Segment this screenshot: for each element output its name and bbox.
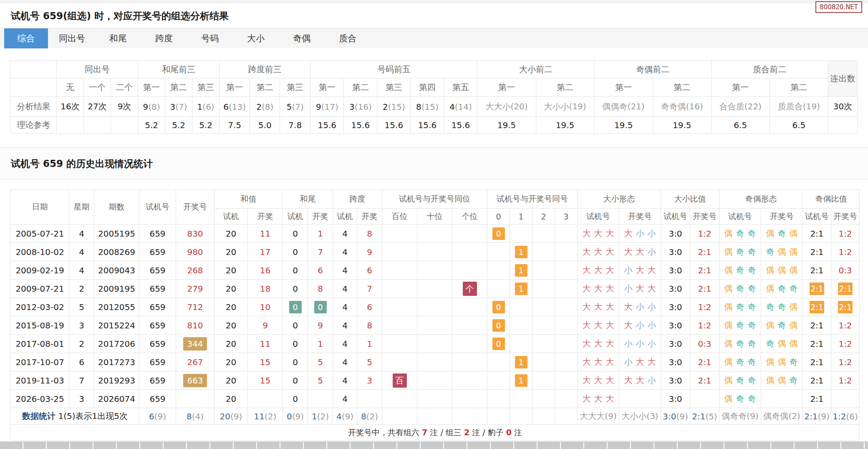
stat-same-count-3 — [555, 408, 578, 425]
size-char: 小 — [634, 228, 646, 238]
tab-tongchuhao[interactable]: 同出号 — [50, 28, 94, 48]
col-subheader: 3 — [555, 209, 578, 224]
stat-main: 27次 — [88, 101, 106, 111]
cell-parity-ratio-draw: 2:1 — [831, 280, 860, 298]
size-char: 大 — [581, 320, 593, 330]
cell-span-draw — [357, 390, 382, 408]
size-char: 大 — [581, 375, 593, 385]
cell-issue: 2017206 — [94, 335, 139, 353]
parity-char: 偶 — [776, 265, 788, 275]
sub-header: 第一 — [477, 78, 536, 97]
size-char: 大 — [604, 320, 616, 330]
parity-char: 偶 — [788, 320, 800, 330]
size-char: 小 — [646, 375, 658, 385]
value: 1:2 — [838, 247, 852, 257]
cell-draw-number — [176, 390, 214, 408]
cell-test-number: 659 — [139, 390, 176, 408]
value: 11 — [260, 229, 270, 239]
cell-sum-draw: 18 — [248, 280, 283, 298]
stat-same-pos-units — [452, 408, 487, 425]
tab-haoma[interactable]: 号码 — [188, 28, 232, 48]
cell-draw-number: 830 — [176, 224, 214, 243]
cell-sum-draw: 15 — [248, 371, 283, 390]
summary-count: 2 — [464, 428, 469, 437]
theory-value: 19.5 — [477, 117, 536, 134]
cell-size-ratio-test: 3:0 — [661, 353, 690, 371]
cell-same-count-1: 1 — [510, 280, 532, 298]
cell-same-count-1 — [510, 316, 532, 335]
cell-span-test: 4 — [333, 353, 357, 371]
cell-same-count-3 — [555, 224, 578, 243]
sub-header: 第二 — [536, 78, 594, 97]
stat-paren: (3) — [646, 411, 658, 421]
cell-parity-pattern-draw: 偶偶偶 — [761, 261, 803, 280]
result-value: 奇奇偶(16) — [653, 97, 711, 117]
col-subheader: 试机 — [283, 209, 308, 224]
theory-value — [828, 117, 857, 134]
value: 1 — [318, 229, 323, 239]
cell-same-pos-tens — [417, 335, 452, 353]
cell-same-pos-hundreds — [382, 243, 417, 261]
value: 17 — [260, 247, 270, 257]
cell-date: 2017-08-01 — [11, 335, 69, 353]
cell-test-number: 659 — [139, 316, 176, 335]
cell-issue: 2009043 — [94, 261, 139, 280]
cell-parity-pattern-draw: 偶奇偶 — [761, 316, 803, 335]
result-value: 9(17) — [310, 97, 344, 117]
size-char: 大 — [604, 394, 616, 404]
stat-main: 4 — [449, 102, 455, 112]
tab-zonghe[interactable]: 综合 — [4, 28, 48, 48]
stat-main: 质质合 — [778, 101, 803, 111]
cell-test-number: 659 — [139, 371, 176, 390]
stat-main: 大小小 — [621, 411, 646, 421]
tab-hewei[interactable]: 和尾 — [96, 28, 140, 48]
cell-sumtail-test: 0 — [283, 371, 308, 390]
result-value: 1(6) — [192, 97, 220, 117]
value: 6 — [318, 265, 323, 275]
size-char: 大 — [593, 394, 604, 404]
col-subheader: 开奖 — [248, 209, 283, 224]
history-section-band: 试机号 659 的历史出现情况统计 — [0, 147, 868, 179]
sub-header: 一个 — [84, 78, 111, 97]
cell-sumtail-draw: 9 — [308, 316, 333, 335]
value: 9 — [262, 320, 268, 330]
stat-main: 1 — [312, 411, 317, 421]
cell-same-count-1 — [510, 224, 532, 243]
tab-daxiao[interactable]: 大小 — [234, 28, 278, 48]
sub-header: 第一 — [711, 78, 770, 97]
tab-kuadu[interactable]: 跨度 — [142, 28, 186, 48]
col-header: 奇偶形态 — [719, 190, 803, 209]
crimson-highlight: 百 — [393, 373, 407, 388]
stat-draw-number: 8(4) — [176, 408, 214, 425]
stat-same-count-0 — [487, 408, 510, 425]
cell-sumtail-test: 0 — [283, 335, 308, 353]
stat-main: 8 — [187, 411, 192, 421]
result-row-label: 分析结果 — [11, 97, 57, 117]
cell-span-draw: 8 — [357, 224, 382, 243]
parity-char: 奇 — [788, 357, 800, 367]
value: 2:1 — [698, 247, 711, 257]
cell-parity-pattern-draw: 奇偶偶 — [761, 243, 803, 261]
gold-highlight: 344 — [183, 337, 207, 351]
size-char: 大 — [604, 375, 616, 385]
cell-span-draw: 7 — [357, 280, 382, 298]
cell-same-count-2 — [532, 298, 555, 316]
stat-paren: (7) — [175, 102, 187, 112]
cell-test-number: 659 — [139, 280, 176, 298]
parity-char: 偶 — [723, 320, 734, 330]
result-value: 5(7) — [280, 97, 310, 117]
value: 9 — [367, 247, 372, 257]
stat-main: 8 — [361, 411, 366, 421]
cell-span-test: 4 — [333, 371, 357, 390]
parity-char: 奇 — [788, 283, 800, 293]
cell-week: 6 — [69, 353, 94, 371]
cell-week: 4 — [69, 224, 94, 243]
cell-sumtail-draw: 0 — [308, 298, 333, 316]
size-char: 小 — [646, 338, 658, 348]
cell-parity-ratio-test: 2:1 — [803, 316, 831, 335]
cell-span-test: 4 — [333, 298, 357, 316]
sub-header: 第一 — [138, 78, 165, 97]
col-header: 奇偶比值 — [803, 190, 860, 209]
tab-zhihe[interactable]: 质合 — [326, 28, 370, 48]
tab-jiou[interactable]: 奇偶 — [280, 28, 324, 48]
